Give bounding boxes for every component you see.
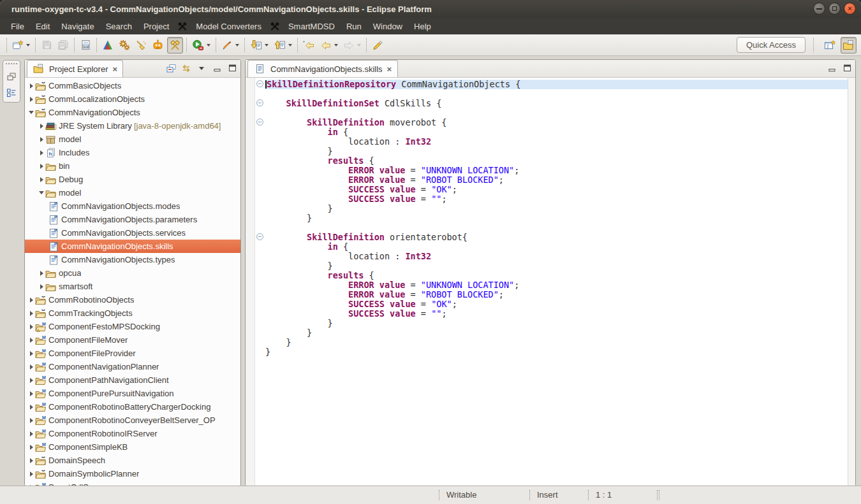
quick-access-button[interactable]: Quick Access (737, 37, 806, 53)
fold-collapse-icon[interactable]: − (256, 80, 263, 87)
menu-item-navigate[interactable]: Navigate (55, 20, 99, 33)
twistie-expanded-icon[interactable] (38, 191, 45, 194)
twistie-collapsed-icon[interactable] (38, 271, 45, 276)
code-line[interactable]: location : Int32 (265, 137, 848, 147)
code-line[interactable]: } (265, 147, 848, 156)
back-star-button[interactable]: * (301, 37, 317, 54)
collapse-all-button[interactable] (165, 62, 177, 74)
restore-view-icon[interactable] (6, 71, 17, 82)
menu-item-project[interactable]: Project (138, 20, 175, 33)
code-line[interactable]: results { (265, 156, 848, 166)
code-line[interactable] (265, 223, 848, 233)
code-line[interactable]: } (265, 213, 848, 223)
tree-item-domainspeech[interactable]: DomainSpeech (25, 454, 240, 467)
overview-ruler[interactable] (848, 78, 855, 486)
menu-item-help[interactable]: Help (408, 20, 437, 33)
twistie-collapsed-icon[interactable] (27, 298, 35, 303)
code-line[interactable]: SUCCESS value = ""; (265, 194, 848, 204)
code-line[interactable]: ERROR value = "ROBOT BLOCKED"; (265, 290, 848, 299)
twistie-collapsed-icon[interactable] (38, 164, 45, 169)
tree-item-componentnavigationplanner[interactable]: MComponentNavigationPlanner (25, 360, 240, 373)
view-menu-button[interactable] (196, 62, 207, 74)
hammers-button[interactable] (167, 37, 183, 54)
code-line[interactable]: SkillDefinition moverobot { (265, 118, 848, 127)
fold-collapse-icon[interactable]: − (256, 99, 263, 106)
minimize-view-button[interactable] (211, 62, 223, 74)
resource-perspective-button[interactable] (841, 37, 857, 54)
twistie-collapsed-icon[interactable] (27, 445, 35, 450)
upload-doc-button[interactable] (272, 37, 294, 54)
twistie-collapsed-icon[interactable] (27, 378, 35, 383)
maximize-view-button[interactable] (226, 62, 238, 74)
tree-item-componentfestompsdocking[interactable]: MComponentFestoMPSDocking (25, 320, 240, 333)
menu-item-smartmdsd[interactable]: SmartMDSD (283, 20, 341, 33)
twistie-collapsed-icon[interactable] (27, 431, 35, 436)
highlighter-button[interactable] (370, 37, 385, 54)
twistie-collapsed-icon[interactable] (27, 458, 35, 463)
tree-item-commlocalizationobjects[interactable]: CommLocalizationObjects (25, 92, 240, 106)
twistie-collapsed-icon[interactable] (27, 391, 35, 396)
menu-item-file[interactable]: File (5, 20, 30, 33)
build-triangle-button[interactable] (100, 37, 115, 54)
link-editor-button[interactable] (180, 62, 192, 74)
code-line[interactable]: ERROR value = "ROBOT BLOCKED"; (265, 175, 848, 185)
twistie-collapsed-icon[interactable] (38, 284, 45, 289)
tree-item-model[interactable]: model (25, 186, 240, 199)
code-line[interactable]: in { (265, 242, 848, 252)
forward-arrow-button[interactable] (341, 37, 363, 54)
code-line[interactable]: ERROR value = "UNKNOWN LOCATION"; (265, 280, 848, 290)
code-line[interactable]: } (265, 204, 848, 213)
code-line[interactable]: ERROR value = "UNKNOWN LOCATION"; (265, 166, 848, 175)
tree-item-domainsymbolicplanner[interactable]: DomainSymbolicPlanner (25, 467, 240, 480)
tree-item-componentpathnavigationclient[interactable]: MComponentPathNavigationClient (25, 373, 240, 387)
tree-item-commnavigationobjects-modes[interactable]: MCommNavigationObjects.modes (25, 199, 240, 213)
code-line[interactable]: SkillDefinitionSet CdlSkills { (265, 99, 848, 108)
menu-item-edit[interactable]: Edit (30, 20, 55, 33)
broom-button[interactable] (133, 37, 149, 54)
tree-item-commrobotinoobjects[interactable]: CommRobotinoObjects (25, 293, 240, 306)
menu-item-search[interactable]: Search (100, 20, 138, 33)
maximize-view-button[interactable] (841, 62, 853, 74)
titlebar[interactable]: runtime-oxygen-tc-v3.4 - CommNavigationO… (0, 0, 861, 18)
tree-item-model[interactable]: model (25, 133, 240, 146)
new-wizard-button[interactable] (10, 37, 32, 54)
code-line[interactable]: } (265, 261, 848, 271)
menu-item-run[interactable]: Run (341, 20, 367, 33)
tree-item-commnavigationobjects[interactable]: CommNavigationObjects (25, 106, 240, 119)
code-line[interactable] (265, 89, 848, 99)
back-arrow-button[interactable] (318, 37, 340, 54)
code-line[interactable]: SUCCESS value = "OK"; (265, 185, 848, 194)
tree-item-componentsimplekb[interactable]: MComponentSimpleKB (25, 440, 240, 454)
tree-item-commnavigationobjects-parameters[interactable]: MCommNavigationObjects.parameters (25, 213, 240, 226)
robot-button[interactable] (150, 37, 166, 54)
tree-item-bin[interactable]: bin (25, 159, 240, 173)
tree-item-commbasicobjects[interactable]: CommBasicObjects (25, 79, 240, 92)
code-line[interactable]: results { (265, 271, 848, 280)
twistie-collapsed-icon[interactable] (27, 351, 35, 356)
tree-item-includes[interactable]: hIncludes (25, 146, 240, 159)
twistie-collapsed-icon[interactable] (27, 97, 35, 102)
minimize-view-button[interactable] (826, 62, 837, 74)
fold-collapse-icon[interactable]: − (256, 233, 263, 240)
tree-item-componentfileprovider[interactable]: MComponentFileProvider (25, 347, 240, 360)
fold-collapse-icon[interactable]: − (256, 119, 263, 126)
menu-item-window[interactable]: Window (367, 20, 408, 33)
close-view-icon[interactable]: × (112, 64, 117, 74)
tree-item-componentrobotinoirserver[interactable]: MComponentRobotinoIRServer (25, 427, 240, 440)
code-line[interactable]: } (265, 319, 848, 328)
code-line[interactable]: } (265, 328, 848, 338)
twistie-collapsed-icon[interactable] (27, 83, 35, 89)
code-line[interactable]: SUCCESS value = "OK"; (265, 299, 848, 309)
twistie-collapsed-icon[interactable] (38, 137, 45, 142)
code-line[interactable]: location : Int32 (265, 252, 848, 261)
window-minimize-button[interactable] (813, 3, 825, 15)
save-button[interactable] (39, 37, 54, 54)
twistie-collapsed-icon[interactable] (27, 311, 35, 316)
code-line[interactable]: } (265, 347, 848, 357)
code-line[interactable]: SUCCESS value = ""; (265, 309, 848, 319)
download-doc-button[interactable] (248, 37, 270, 54)
twistie-expanded-icon[interactable] (27, 111, 35, 114)
tree-item-commnavigationobjects-types[interactable]: MCommNavigationObjects.types (25, 253, 240, 266)
twistie-collapsed-icon[interactable] (27, 405, 35, 410)
tree-item-componentfilemover[interactable]: MComponentFileMover (25, 333, 240, 347)
